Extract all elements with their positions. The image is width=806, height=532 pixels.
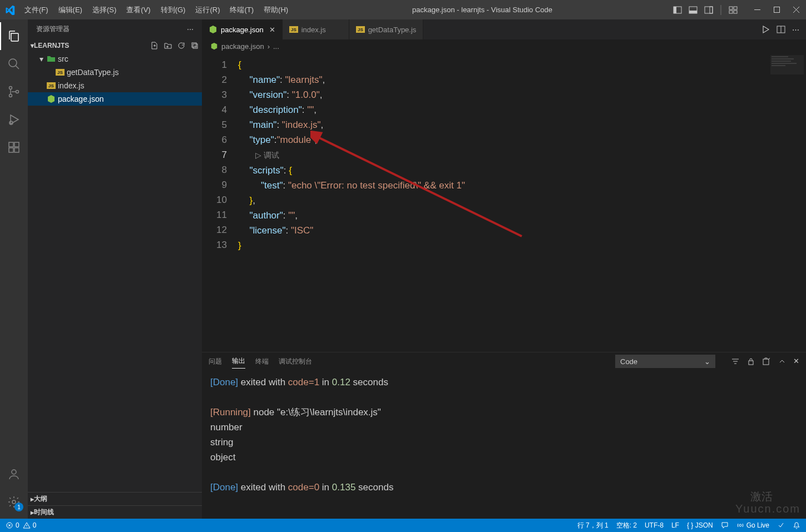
breadcrumb-file: package.json xyxy=(221,42,264,51)
status-prettier-icon[interactable] xyxy=(777,521,785,529)
new-file-icon[interactable] xyxy=(150,41,159,50)
maximize-button[interactable] xyxy=(767,0,787,19)
refresh-icon[interactable] xyxy=(177,41,186,50)
menu-help[interactable]: 帮助(H) xyxy=(259,0,293,19)
tree-file-package-json[interactable]: package.json xyxy=(28,92,202,106)
json-icon xyxy=(210,42,218,50)
output-channel-dropdown[interactable]: Code⌄ xyxy=(615,355,715,368)
separator xyxy=(720,5,721,15)
title-bar: 文件(F) 编辑(E) 选择(S) 查看(V) 转到(G) 运行(R) 终端(T… xyxy=(0,0,806,19)
status-errors[interactable]: 0 xyxy=(6,521,19,529)
run-debug-icon[interactable] xyxy=(0,106,28,133)
menu-file[interactable]: 文件(F) xyxy=(19,0,53,19)
menu-edit[interactable]: 编辑(E) xyxy=(53,0,87,19)
svg-rect-11 xyxy=(774,7,780,13)
tree-file-getdatatype[interactable]: JSgetDataType.js xyxy=(28,66,202,79)
breadcrumb[interactable]: package.json › ... xyxy=(202,39,806,53)
menu-run[interactable]: 运行(R) xyxy=(190,0,225,19)
status-line-col[interactable]: 行 7，列 1 xyxy=(577,521,609,530)
close-button[interactable] xyxy=(787,0,806,19)
chevron-right-icon: › xyxy=(268,42,270,51)
panel-tab-problems[interactable]: 问题 xyxy=(209,355,222,369)
svg-rect-38 xyxy=(772,58,794,59)
search-icon[interactable] xyxy=(0,50,28,78)
minimize-button[interactable] xyxy=(748,0,767,19)
svg-text:JS: JS xyxy=(57,70,63,75)
clear-output-icon[interactable] xyxy=(762,357,771,366)
svg-rect-43 xyxy=(763,359,769,365)
settings-gear-icon[interactable]: 1 xyxy=(0,488,28,516)
collapse-all-icon[interactable] xyxy=(190,41,199,50)
svg-text:JS: JS xyxy=(291,27,296,32)
window-controls xyxy=(748,0,806,19)
status-eol[interactable]: LF xyxy=(671,521,679,529)
source-control-icon[interactable] xyxy=(0,78,28,106)
status-notifications-icon[interactable] xyxy=(793,521,800,529)
expand-panel-icon[interactable] xyxy=(778,357,787,366)
svg-rect-8 xyxy=(729,11,733,13)
menu-goto[interactable]: 转到(G) xyxy=(156,0,191,19)
svg-rect-1 xyxy=(674,7,676,13)
tab-label: package.json xyxy=(221,26,264,34)
tree-folder-src[interactable]: ▾src xyxy=(28,52,202,66)
tree-label: index.js xyxy=(58,81,84,90)
customize-layout-icon[interactable] xyxy=(727,0,739,19)
extensions-icon[interactable] xyxy=(0,133,28,161)
more-actions-icon[interactable]: ⋯ xyxy=(792,26,799,34)
accounts-icon[interactable] xyxy=(0,460,28,488)
menu-view[interactable]: 查看(V) xyxy=(121,0,155,19)
code-content[interactable]: { "name": "learnjts", "version": "1.0.0"… xyxy=(238,53,762,352)
js-icon: JS xyxy=(289,26,298,33)
svg-rect-3 xyxy=(689,11,697,13)
toggle-panel-bottom-icon[interactable] xyxy=(687,0,699,19)
toggle-panel-right-icon[interactable] xyxy=(703,0,715,19)
tree-label: src xyxy=(58,54,68,63)
close-panel-icon[interactable]: ✕ xyxy=(793,357,799,366)
code-editor[interactable]: 12345678910111213 { "name": "learnjts", … xyxy=(202,53,806,352)
svg-rect-9 xyxy=(734,11,737,13)
editor-tabs: package.json ✕ JS index.js JS getDataTyp… xyxy=(202,19,806,39)
close-tab-icon[interactable]: ✕ xyxy=(269,26,275,34)
status-bar: 0 0 行 7，列 1 空格: 2 UTF-8 LF { } JSON Go L… xyxy=(0,519,806,532)
tree-file-index[interactable]: JSindex.js xyxy=(28,79,202,92)
status-go-live[interactable]: Go Live xyxy=(736,521,769,529)
svg-rect-10 xyxy=(754,9,760,10)
output-content[interactable]: [Done] exited with code=1 in 0.12 second… xyxy=(202,370,806,519)
menu-select[interactable]: 选择(S) xyxy=(87,0,121,19)
svg-rect-41 xyxy=(772,65,785,66)
sidebar-title: 资源管理器⋯ xyxy=(28,19,202,39)
status-language[interactable]: { } JSON xyxy=(687,521,713,529)
svg-point-45 xyxy=(739,524,741,526)
tab-getdatatype-js[interactable]: JS getDataType.js xyxy=(349,19,424,39)
lock-scroll-icon[interactable] xyxy=(746,357,755,366)
svg-rect-6 xyxy=(729,7,733,9)
panel-tab-debug-console[interactable]: 调试控制台 xyxy=(279,355,312,369)
svg-text:JS: JS xyxy=(48,83,54,88)
tab-package-json[interactable]: package.json ✕ xyxy=(202,19,283,39)
panel-tab-terminal[interactable]: 终端 xyxy=(255,355,269,369)
tab-label: getDataType.js xyxy=(368,26,417,34)
status-spaces[interactable]: 空格: 2 xyxy=(616,521,637,530)
run-icon[interactable] xyxy=(761,25,770,34)
status-warnings[interactable]: 0 xyxy=(23,521,37,529)
split-editor-icon[interactable] xyxy=(777,25,785,34)
toggle-panel-left-icon[interactable] xyxy=(671,0,684,19)
folder-header[interactable]: ▾ LEARNJTS xyxy=(28,39,202,52)
explorer-icon[interactable] xyxy=(0,22,28,50)
minimap[interactable] xyxy=(762,53,806,352)
js-icon: JS xyxy=(356,26,365,33)
layout-controls xyxy=(671,0,739,19)
svg-rect-7 xyxy=(734,7,737,9)
tree-label: package.json xyxy=(58,95,104,103)
new-folder-icon[interactable] xyxy=(164,41,172,50)
window-title: package.json - learnjts - Visual Studio … xyxy=(293,6,671,14)
timeline-section[interactable]: ▸时间线 xyxy=(28,505,202,519)
status-encoding[interactable]: UTF-8 xyxy=(645,521,664,529)
filter-icon[interactable] xyxy=(731,357,740,366)
panel-tab-output[interactable]: 输出 xyxy=(232,354,245,369)
tab-index-js[interactable]: JS index.js xyxy=(283,19,349,39)
status-feedback-icon[interactable] xyxy=(721,521,729,529)
json-icon xyxy=(209,25,217,34)
menu-terminal[interactable]: 终端(T) xyxy=(225,0,259,19)
outline-section[interactable]: ▸大纲 xyxy=(28,492,202,505)
